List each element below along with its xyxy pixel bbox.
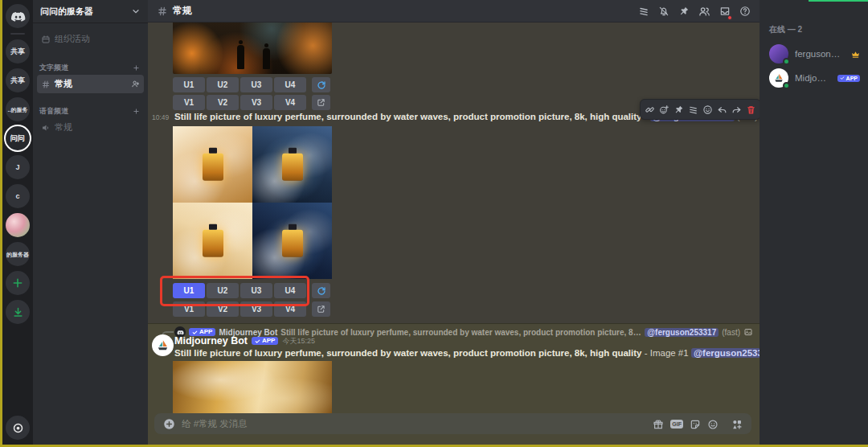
app-badge: APP <box>252 337 278 345</box>
server-owner-crown-icon <box>851 50 860 59</box>
figure-silhouette <box>263 48 270 69</box>
server-icon-1[interactable]: 共享 <box>6 39 30 64</box>
gif-picker-icon[interactable]: GIF <box>670 420 683 429</box>
variation-button-v1[interactable]: V1 <box>173 95 205 110</box>
channel-label: 常规 <box>55 121 72 133</box>
calendar-icon <box>41 35 51 44</box>
generated-image-street[interactable] <box>173 23 332 74</box>
upscale-button-u3[interactable]: U3 <box>240 77 272 92</box>
delete-message-icon[interactable] <box>745 101 757 117</box>
create-thread-icon[interactable] <box>687 101 699 117</box>
server-header[interactable]: 问问的服务器 <box>33 0 148 23</box>
upscale-button-u3[interactable]: U3 <box>240 283 272 298</box>
super-reaction-icon[interactable] <box>658 101 670 117</box>
reroll-button[interactable] <box>312 77 330 92</box>
category-text-channels[interactable]: 文字频道 <box>37 59 144 75</box>
inbox-icon[interactable] <box>719 4 731 18</box>
server-icon-6[interactable]: c <box>6 184 30 208</box>
message-scroll-area[interactable]: U1 U2 U3 U4 V1 V2 V3 V4 10:49 Still life… <box>148 23 760 445</box>
notifications-muted-icon[interactable] <box>658 4 669 18</box>
invite-people-icon[interactable] <box>131 80 140 88</box>
bot-avatar[interactable] <box>152 334 174 356</box>
upscale-button-u2[interactable]: U2 <box>207 283 239 298</box>
server-rail: 共享 共享 ..的服务 问问 J c 的服务器 <box>2 0 33 445</box>
variation-button-v4[interactable]: V4 <box>274 301 306 317</box>
pin-message-icon[interactable] <box>673 101 685 117</box>
upscale-button-row: U1 U2 U3 U4 <box>173 283 330 298</box>
user-mention[interactable]: @ferguson253317 <box>691 348 760 358</box>
variation-button-v1[interactable]: V1 <box>173 301 205 317</box>
grid-image-2 <box>252 126 332 203</box>
reply-preview-text: Still life picture of luxury perfume, su… <box>280 328 641 337</box>
grid-image-4 <box>252 203 332 279</box>
variation-button-v3[interactable]: V3 <box>240 301 272 317</box>
generated-image-grid[interactable] <box>173 126 332 279</box>
member-row-midjourney-bot[interactable]: Midjourney Bot APP <box>768 66 862 90</box>
category-voice-channels[interactable]: 语音频道 <box>37 103 144 118</box>
grid-image-1 <box>173 126 252 203</box>
add-server-button[interactable] <box>6 271 30 295</box>
variation-button-v4[interactable]: V4 <box>274 95 306 110</box>
reply-icon[interactable] <box>716 101 728 117</box>
member-list: 在线 — 2 ferguson253317 Midjourney Bot APP <box>760 0 868 445</box>
app-badge: APP <box>837 75 860 82</box>
recorder-top-line <box>809 0 868 2</box>
channel-label: 常规 <box>55 78 72 90</box>
variation-button-v2[interactable]: V2 <box>207 301 239 317</box>
bot-username[interactable]: Midjourney Bot <box>174 335 248 347</box>
user-mention[interactable]: @ferguson253317 <box>645 328 719 337</box>
message-text: Still life picture of luxury perfume, su… <box>174 348 760 358</box>
member-name: Midjourney Bot <box>795 73 831 83</box>
online-count-label: 在线 — 2 <box>769 24 862 35</box>
open-in-browser-button[interactable] <box>312 301 330 317</box>
add-channel-icon[interactable] <box>133 64 140 72</box>
variation-button-v3[interactable]: V3 <box>240 95 272 110</box>
server-icon-2[interactable]: 共享 <box>6 68 30 92</box>
server-icon-avatar[interactable] <box>6 213 30 237</box>
server-icon-8[interactable]: 的服务器 <box>6 242 30 266</box>
add-channel-icon[interactable] <box>133 108 140 115</box>
upscale-button-u4[interactable]: U4 <box>274 283 306 298</box>
sidebar-item-events[interactable]: 组织活动 <box>37 30 144 48</box>
pinned-messages-icon[interactable] <box>678 4 690 18</box>
message-input-bar: GIF <box>154 413 751 434</box>
server-icon-active[interactable]: 问问 <box>6 126 30 150</box>
emoji-icon[interactable] <box>707 416 719 431</box>
upscale-button-u1[interactable]: U1 <box>173 77 205 92</box>
forward-icon[interactable] <box>731 101 743 117</box>
server-icon-5[interactable]: J <box>6 155 30 179</box>
add-reaction-icon[interactable] <box>702 101 714 117</box>
copy-link-icon[interactable] <box>644 101 656 117</box>
gift-icon[interactable] <box>653 416 664 431</box>
attach-plus-icon[interactable] <box>163 416 175 431</box>
sticker-icon[interactable] <box>690 416 701 431</box>
discord-home-button[interactable] <box>6 4 30 28</box>
channel-item-general-text[interactable]: 常规 <box>37 75 144 93</box>
main-chat-area: 常规 U1 U2 U3 U4 <box>148 0 760 445</box>
member-list-icon[interactable] <box>698 4 710 18</box>
server-name: 问问的服务器 <box>40 6 93 18</box>
channel-item-general-voice[interactable]: 常规 <box>37 118 144 137</box>
apps-icon[interactable] <box>731 416 743 431</box>
threads-icon[interactable] <box>638 4 649 18</box>
screen-record-icon[interactable] <box>6 416 30 440</box>
upscale-button-u1-selected[interactable]: U1 <box>173 283 205 298</box>
channel-topbar: 常规 <box>148 0 760 23</box>
download-apps-button[interactable] <box>6 300 30 324</box>
reroll-button[interactable] <box>312 283 330 298</box>
server-icon-3[interactable]: ..的服务 <box>6 97 30 121</box>
figure-silhouette <box>237 45 244 69</box>
help-icon[interactable] <box>739 4 751 18</box>
upscale-button-row: U1 U2 U3 U4 <box>173 77 330 92</box>
open-in-browser-button[interactable] <box>312 95 330 110</box>
category-label: 文字频道 <box>39 63 68 73</box>
member-row-ferguson[interactable]: ferguson253317 <box>768 42 862 66</box>
variation-button-row: V1 V2 V3 V4 <box>173 301 330 317</box>
upscale-button-u2[interactable]: U2 <box>207 77 239 92</box>
message-timestamp: 10:49 <box>152 113 173 121</box>
upscale-button-u4[interactable]: U4 <box>274 77 306 92</box>
message-input[interactable] <box>182 419 646 429</box>
discord-window: 共享 共享 ..的服务 问问 J c 的服务器 问问的服务器 组织活动 文字频道 <box>0 0 868 447</box>
category-label: 语音频道 <box>39 106 68 117</box>
variation-button-v2[interactable]: V2 <box>207 95 239 110</box>
